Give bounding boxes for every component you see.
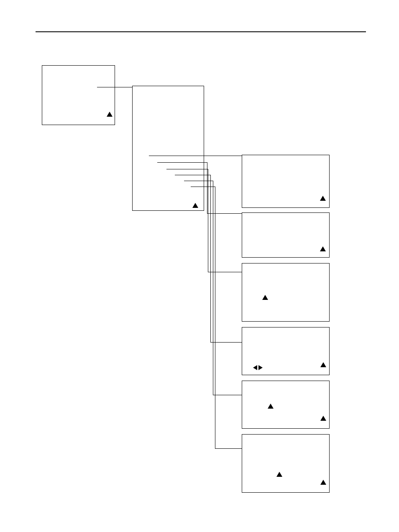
diagram-page (0, 0, 399, 532)
arrow-up-icon (107, 112, 113, 117)
page-top-rule (36, 31, 366, 32)
box-right-6 (242, 434, 330, 493)
arrow-up-icon (320, 480, 326, 485)
connector-line (210, 175, 211, 342)
arrow-up-icon (276, 472, 282, 477)
connector-line (207, 162, 207, 213)
connector-line (157, 162, 207, 163)
connector-line (184, 181, 213, 181)
connector-line (175, 175, 211, 175)
arrow-up-icon (192, 203, 198, 208)
box-sub (132, 86, 204, 211)
arrow-up-icon (262, 295, 268, 300)
connector-line (213, 181, 213, 395)
connector-line (149, 156, 242, 156)
arrow-up-icon (320, 416, 326, 421)
arrow-right-icon (258, 365, 263, 370)
box-right-5 (242, 381, 330, 429)
box-right-2 (242, 212, 330, 258)
arrow-left-icon (253, 365, 257, 370)
connector-line (213, 395, 242, 395)
box-main (42, 65, 115, 125)
connector-line (97, 87, 133, 87)
arrow-up-icon (320, 196, 326, 201)
box-right-1 (242, 155, 330, 208)
connector-line (207, 213, 242, 214)
connector-line (215, 448, 242, 449)
connector-line (208, 272, 242, 272)
connector-line (166, 169, 208, 169)
arrow-up-icon (320, 362, 326, 367)
arrow-up-icon (320, 246, 326, 251)
connector-line (191, 187, 215, 187)
arrow-up-icon (268, 404, 274, 409)
box-right-3 (242, 263, 330, 322)
connector-line (210, 342, 242, 343)
connector-line (208, 169, 208, 272)
connector-line (215, 187, 215, 448)
